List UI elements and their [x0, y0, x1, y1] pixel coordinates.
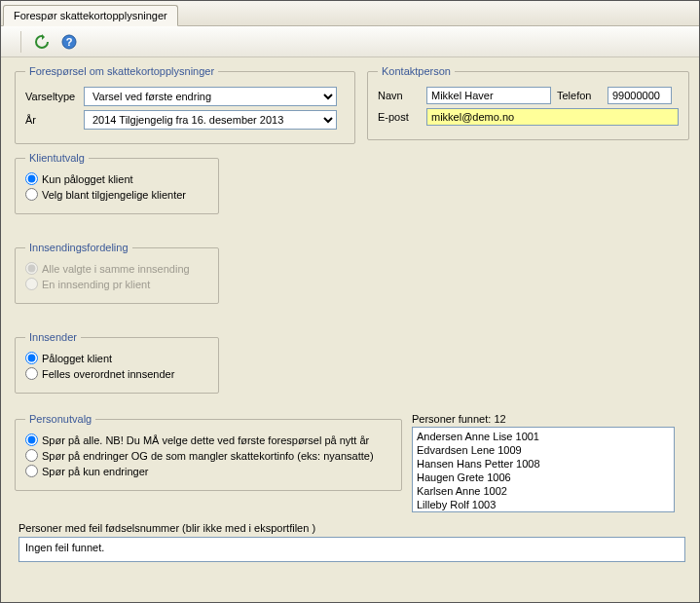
persons-found-label: Personer funnet: 12 — [412, 413, 689, 425]
persons-found-section: Personer funnet: 12 Andersen Anne Lise 1… — [412, 413, 689, 512]
personutvalg-opt3: Spør på kun endringer — [42, 466, 148, 477]
tab-main[interactable]: Forespør skattekortopplysninger — [3, 5, 178, 26]
list-item[interactable]: Karlsen Anne 1002 — [417, 484, 670, 498]
list-item[interactable]: Edvardsen Lene 1009 — [417, 443, 670, 457]
contact-legend: Kontaktperson — [378, 65, 455, 77]
klientutvalg-opt2: Velg blant tilgjengelige klienter — [42, 189, 186, 201]
innsender-radio-2[interactable] — [25, 367, 38, 380]
varseltype-select[interactable]: Varsel ved første endring — [84, 87, 337, 106]
innsendingsfordeling-opt1: Alle valgte i samme innsending — [42, 263, 190, 275]
tab-label: Forespør skattekortopplysninger — [14, 10, 167, 21]
personutvalg-radio-3[interactable] — [25, 465, 38, 477]
epost-label: E-post — [378, 111, 426, 123]
personutvalg-radio-1[interactable] — [25, 433, 38, 446]
errors-text: Ingen feil funnet. — [25, 542, 104, 553]
varseltype-label: Varseltype — [25, 91, 84, 102]
request-group: Forespørsel om skattekortopplysninger Va… — [15, 65, 355, 144]
innsender-opt1: Pålogget klient — [42, 353, 112, 364]
innsendingsfordeling-opt2: En innsending pr klient — [42, 279, 150, 290]
aar-select[interactable]: 2014 Tilgjengelig fra 16. desember 2013 — [84, 110, 337, 130]
toolbar-separator — [20, 31, 21, 53]
navn-label: Navn — [378, 90, 426, 101]
epost-input[interactable] — [426, 108, 679, 126]
innsendingsfordeling-legend: Innsendingsfordeling — [25, 242, 132, 253]
navn-input[interactable] — [426, 87, 551, 104]
klientutvalg-legend: Klientutvalg — [25, 152, 89, 164]
telefon-input[interactable] — [608, 87, 672, 104]
personutvalg-legend: Personutvalg — [25, 413, 95, 425]
persons-list[interactable]: Andersen Anne Lise 1001Edvardsen Lene 10… — [412, 427, 675, 512]
innsender-legend: Innsender — [25, 331, 81, 343]
personutvalg-opt2: Spør på endringer OG de som mangler skat… — [42, 450, 374, 462]
innsender-group: Innsender Pålogget klient Felles overord… — [15, 331, 219, 394]
request-legend: Forespørsel om skattekortopplysninger — [25, 65, 218, 77]
telefon-label: Telefon — [557, 90, 608, 101]
errors-label: Personer med feil fødselsnummer (blir ik… — [18, 522, 685, 534]
list-item[interactable]: Hansen Hans Petter 1008 — [417, 457, 670, 471]
personutvalg-group: Personutvalg Spør på alle. NB! Du MÅ vel… — [15, 413, 402, 491]
innsender-opt2: Felles overordnet innsender — [42, 368, 174, 380]
list-item[interactable]: Haugen Grete 1006 — [417, 471, 670, 484]
svg-text:?: ? — [66, 36, 73, 48]
klientutvalg-radio-1[interactable] — [25, 172, 38, 185]
klientutvalg-opt1: Kun pålogget klient — [42, 173, 133, 185]
aar-label: År — [25, 114, 84, 126]
innsendingsfordeling-group: Innsendingsfordeling Alle valgte i samme… — [15, 242, 219, 304]
innsender-radio-1[interactable] — [25, 352, 38, 364]
list-item[interactable]: Lilleby Rolf 1003 — [417, 498, 670, 511]
toolbar: ? — [1, 26, 699, 57]
klientutvalg-radio-2[interactable] — [25, 188, 38, 201]
refresh-icon[interactable] — [33, 33, 51, 51]
innsendingsfordeling-radio-1 — [25, 262, 38, 275]
tab-strip: Forespør skattekortopplysninger — [1, 1, 699, 26]
personutvalg-opt1: Spør på alle. NB! Du MÅ velge dette ved … — [42, 434, 369, 446]
klientutvalg-group: Klientutvalg Kun pålogget klient Velg bl… — [15, 152, 219, 214]
list-item[interactable]: Andersen Anne Lise 1001 — [417, 430, 670, 443]
contact-group: Kontaktperson Navn Telefon E-post — [367, 65, 689, 140]
help-icon[interactable]: ? — [60, 33, 78, 51]
personutvalg-radio-2[interactable] — [25, 449, 38, 462]
innsendingsfordeling-radio-2 — [25, 278, 38, 290]
errors-box: Ingen feil funnet. — [18, 537, 685, 562]
